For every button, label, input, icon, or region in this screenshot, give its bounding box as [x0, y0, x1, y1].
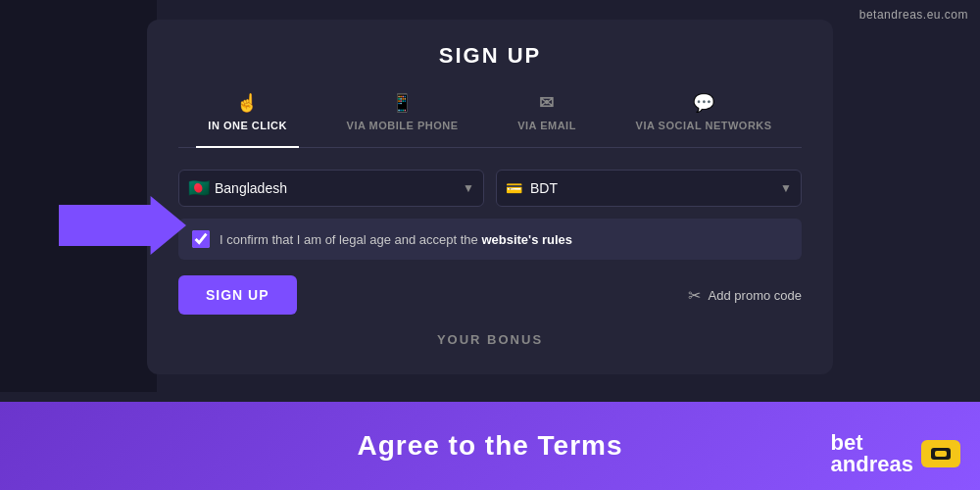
signup-tabs: ☝ IN ONE CLICK 📱 VIA MOBILE PHONE ✉ VIA …: [178, 88, 802, 148]
promo-code-row[interactable]: ✂ Add promo code: [688, 286, 802, 305]
tab-mobile-phone[interactable]: 📱 VIA MOBILE PHONE: [335, 88, 470, 135]
bottom-bar-text: Agree to the Terms: [357, 430, 622, 462]
actions-row: SIGN UP ✂ Add promo code: [178, 275, 802, 315]
logo-line2: andreas: [831, 454, 913, 475]
bet-andreas-logo: bet andreas: [831, 432, 960, 475]
signup-button[interactable]: SIGN UP: [178, 275, 297, 315]
main-background: betandreas.eu.com SIGN UP ☝ IN ONE CLICK…: [0, 0, 980, 490]
terms-link[interactable]: website's rules: [481, 232, 572, 247]
website-url: betandreas.eu.com: [859, 8, 968, 22]
logo-text: bet andreas: [831, 432, 913, 475]
country-select-wrapper: 🇧🇩 Bangladesh India Pakistan ▼: [178, 170, 484, 207]
logo-shape: [921, 440, 960, 467]
currency-select[interactable]: BDT USD EUR: [496, 170, 802, 207]
tab-one-click-label: IN ONE CLICK: [208, 120, 287, 131]
one-click-icon: ☝: [236, 92, 259, 114]
bottom-bar: Agree to the Terms bet andreas: [0, 402, 980, 490]
signup-modal: SIGN UP ☝ IN ONE CLICK 📱 VIA MOBILE PHON…: [147, 20, 833, 374]
logo-line1: bet: [831, 432, 913, 454]
currency-select-wrapper: 💳 BDT USD EUR ▼: [496, 170, 802, 207]
tab-email[interactable]: ✉ VIA EMAIL: [506, 88, 588, 135]
scissors-icon: ✂: [688, 286, 701, 305]
social-icon: 💬: [693, 92, 715, 114]
tab-one-click[interactable]: ☝ IN ONE CLICK: [196, 88, 299, 135]
mobile-icon: 📱: [391, 92, 414, 114]
arrow-icon: [59, 196, 186, 255]
terms-label: I confirm that I am of legal age and acc…: [220, 232, 572, 247]
tab-mobile-label: VIA MOBILE PHONE: [347, 120, 459, 131]
terms-label-pre: I confirm that I am of legal age and acc…: [220, 232, 481, 247]
promo-code-label: Add promo code: [709, 288, 802, 303]
email-icon: ✉: [539, 92, 555, 114]
form-row: 🇧🇩 Bangladesh India Pakistan ▼ 💳 BDT USD…: [178, 170, 802, 207]
modal-title: SIGN UP: [178, 43, 802, 69]
logo-symbol-icon: [929, 446, 953, 462]
country-select[interactable]: Bangladesh India Pakistan: [178, 170, 484, 207]
terms-checkbox-row: I confirm that I am of legal age and acc…: [178, 219, 802, 260]
tab-email-label: VIA EMAIL: [517, 120, 576, 131]
svg-rect-1: [935, 451, 947, 457]
arrow-wrapper: [59, 196, 186, 255]
tab-social-networks[interactable]: 💬 VIA SOCIAL NETWORKS: [624, 88, 784, 135]
terms-checkbox[interactable]: [192, 230, 210, 248]
your-bonus-label: YOUR BONUS: [178, 332, 802, 347]
tab-social-label: VIA SOCIAL NETWORKS: [636, 120, 772, 131]
